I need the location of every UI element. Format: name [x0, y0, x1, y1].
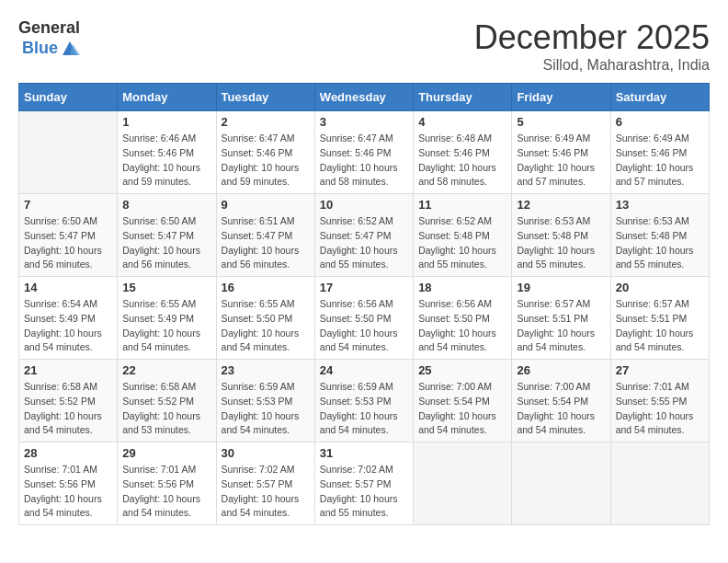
day-info: Sunrise: 7:02 AM Sunset: 5:57 PM Dayligh…	[320, 463, 408, 521]
sunset-text: Sunset: 5:47 PM	[320, 230, 392, 241]
calendar-cell: 19 Sunrise: 6:57 AM Sunset: 5:51 PM Dayl…	[512, 277, 610, 360]
calendar-table: SundayMondayTuesdayWednesdayThursdayFrid…	[18, 83, 710, 525]
daylight-text: Daylight: 10 hours and 54 minutes.	[320, 327, 398, 353]
sunset-text: Sunset: 5:50 PM	[418, 313, 490, 324]
calendar-cell: 1 Sunrise: 6:46 AM Sunset: 5:46 PM Dayli…	[118, 111, 216, 194]
calendar-cell: 2 Sunrise: 6:47 AM Sunset: 5:46 PM Dayli…	[216, 111, 314, 194]
daylight-text: Daylight: 10 hours and 54 minutes.	[222, 493, 300, 519]
calendar-cell: 23 Sunrise: 6:59 AM Sunset: 5:53 PM Dayl…	[216, 360, 314, 442]
sunset-text: Sunset: 5:56 PM	[122, 478, 194, 489]
sunrise-text: Sunrise: 6:48 AM	[418, 132, 492, 144]
daylight-text: Daylight: 10 hours and 55 minutes.	[320, 245, 398, 270]
day-info: Sunrise: 6:57 AM Sunset: 5:51 PM Dayligh…	[517, 297, 605, 355]
sunset-text: Sunset: 5:56 PM	[24, 478, 96, 489]
weekday-header: Tuesday	[216, 84, 314, 111]
sunrise-text: Sunrise: 6:59 AM	[320, 381, 393, 392]
calendar-cell: 20 Sunrise: 6:57 AM Sunset: 5:51 PM Dayl…	[610, 277, 709, 360]
day-info: Sunrise: 6:56 AM Sunset: 5:50 PM Dayligh…	[320, 297, 408, 355]
calendar-cell: 25 Sunrise: 7:00 AM Sunset: 5:54 PM Dayl…	[414, 360, 512, 442]
day-info: Sunrise: 6:48 AM Sunset: 5:46 PM Dayligh…	[418, 132, 506, 190]
sunrise-text: Sunrise: 6:47 AM	[320, 132, 393, 144]
logo: General Blue	[18, 18, 80, 59]
weekday-header: Saturday	[610, 84, 709, 111]
day-number: 28	[24, 446, 112, 460]
daylight-text: Daylight: 10 hours and 58 minutes.	[320, 162, 398, 188]
weekday-header: Thursday	[414, 84, 512, 111]
day-info: Sunrise: 6:49 AM Sunset: 5:46 PM Dayligh…	[517, 132, 605, 190]
daylight-text: Daylight: 10 hours and 55 minutes.	[616, 245, 694, 270]
calendar-cell: 4 Sunrise: 6:48 AM Sunset: 5:46 PM Dayli…	[414, 111, 512, 194]
day-number: 15	[122, 281, 210, 294]
daylight-text: Daylight: 10 hours and 53 minutes.	[122, 410, 200, 436]
calendar-cell: 29 Sunrise: 7:01 AM Sunset: 5:56 PM Dayl…	[118, 442, 216, 525]
sunrise-text: Sunrise: 7:02 AM	[320, 464, 393, 475]
day-info: Sunrise: 7:01 AM Sunset: 5:55 PM Dayligh…	[616, 380, 704, 438]
sunset-text: Sunset: 5:54 PM	[517, 396, 588, 407]
daylight-text: Daylight: 10 hours and 54 minutes.	[24, 493, 102, 519]
day-info: Sunrise: 6:59 AM Sunset: 5:53 PM Dayligh…	[222, 380, 310, 438]
day-info: Sunrise: 6:49 AM Sunset: 5:46 PM Dayligh…	[616, 132, 704, 190]
day-info: Sunrise: 6:55 AM Sunset: 5:49 PM Dayligh…	[122, 297, 210, 355]
day-number: 8	[122, 198, 210, 212]
day-number: 23	[222, 363, 310, 377]
sunrise-text: Sunrise: 6:53 AM	[616, 215, 689, 226]
day-number: 2	[222, 115, 310, 129]
logo-general: General	[18, 18, 80, 39]
calendar-cell: 9 Sunrise: 6:51 AM Sunset: 5:47 PM Dayli…	[216, 194, 314, 277]
sunrise-text: Sunrise: 6:58 AM	[24, 381, 97, 392]
sunset-text: Sunset: 5:47 PM	[222, 230, 293, 241]
day-number: 7	[24, 198, 112, 212]
daylight-text: Daylight: 10 hours and 54 minutes.	[24, 327, 102, 353]
logo-blue: Blue	[22, 39, 58, 59]
calendar-week-row: 1 Sunrise: 6:46 AM Sunset: 5:46 PM Dayli…	[19, 111, 710, 194]
day-info: Sunrise: 6:50 AM Sunset: 5:47 PM Dayligh…	[24, 214, 112, 272]
sunrise-text: Sunrise: 6:54 AM	[24, 298, 97, 309]
sunrise-text: Sunrise: 7:02 AM	[222, 464, 295, 475]
sunrise-text: Sunrise: 7:00 AM	[517, 381, 590, 392]
day-info: Sunrise: 7:01 AM Sunset: 5:56 PM Dayligh…	[122, 463, 210, 521]
sunrise-text: Sunrise: 6:59 AM	[222, 381, 295, 392]
sunrise-text: Sunrise: 6:47 AM	[222, 132, 295, 144]
daylight-text: Daylight: 10 hours and 57 minutes.	[616, 162, 694, 188]
sunset-text: Sunset: 5:53 PM	[222, 396, 293, 407]
daylight-text: Daylight: 10 hours and 54 minutes.	[122, 327, 200, 353]
sunset-text: Sunset: 5:54 PM	[418, 396, 490, 407]
sunrise-text: Sunrise: 7:01 AM	[616, 381, 689, 392]
sunrise-text: Sunrise: 6:49 AM	[517, 132, 590, 144]
sunset-text: Sunset: 5:47 PM	[24, 230, 96, 241]
day-info: Sunrise: 6:46 AM Sunset: 5:46 PM Dayligh…	[122, 132, 210, 190]
day-number: 27	[616, 363, 704, 377]
sunset-text: Sunset: 5:55 PM	[616, 396, 688, 407]
sunset-text: Sunset: 5:49 PM	[24, 313, 96, 324]
daylight-text: Daylight: 10 hours and 54 minutes.	[517, 410, 595, 436]
daylight-text: Daylight: 10 hours and 54 minutes.	[616, 410, 694, 436]
daylight-text: Daylight: 10 hours and 54 minutes.	[517, 327, 595, 353]
day-info: Sunrise: 7:02 AM Sunset: 5:57 PM Dayligh…	[222, 463, 310, 521]
day-number: 5	[517, 115, 605, 129]
sunset-text: Sunset: 5:50 PM	[222, 313, 293, 324]
day-info: Sunrise: 7:01 AM Sunset: 5:56 PM Dayligh…	[24, 463, 112, 521]
sunrise-text: Sunrise: 6:49 AM	[616, 132, 689, 144]
calendar-cell	[610, 442, 709, 525]
calendar-cell: 18 Sunrise: 6:56 AM Sunset: 5:50 PM Dayl…	[414, 277, 512, 360]
sunrise-text: Sunrise: 7:00 AM	[418, 381, 492, 392]
day-number: 22	[122, 363, 210, 377]
sunset-text: Sunset: 5:46 PM	[418, 147, 490, 158]
day-number: 4	[418, 115, 506, 129]
sunset-text: Sunset: 5:46 PM	[616, 147, 688, 158]
daylight-text: Daylight: 10 hours and 58 minutes.	[418, 162, 496, 188]
day-number: 20	[616, 281, 704, 294]
sunrise-text: Sunrise: 6:52 AM	[418, 215, 492, 226]
daylight-text: Daylight: 10 hours and 55 minutes.	[320, 493, 398, 519]
sunset-text: Sunset: 5:50 PM	[320, 313, 392, 324]
day-number: 3	[320, 115, 408, 129]
day-info: Sunrise: 6:47 AM Sunset: 5:46 PM Dayligh…	[222, 132, 310, 190]
page-header: General Blue December 2025 Sillod, Mahar…	[18, 18, 710, 74]
day-number: 16	[222, 281, 310, 294]
calendar-cell: 17 Sunrise: 6:56 AM Sunset: 5:50 PM Dayl…	[314, 277, 413, 360]
calendar-cell: 26 Sunrise: 7:00 AM Sunset: 5:54 PM Dayl…	[512, 360, 610, 442]
daylight-text: Daylight: 10 hours and 54 minutes.	[616, 327, 694, 353]
sunrise-text: Sunrise: 6:58 AM	[122, 381, 196, 392]
sunset-text: Sunset: 5:57 PM	[320, 478, 392, 489]
sunset-text: Sunset: 5:52 PM	[122, 396, 194, 407]
